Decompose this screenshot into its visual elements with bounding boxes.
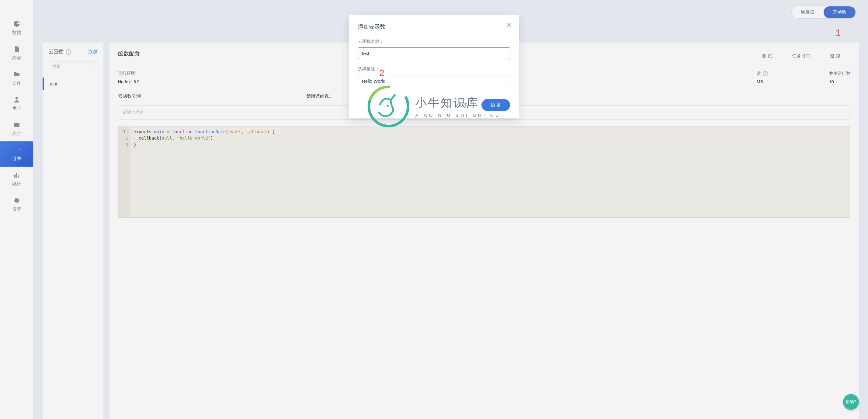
modal-overlay[interactable]: 添加云函数 ✕ 云函数名称： 2 选择模版： Hello World ⌄ 取 消… [0, 0, 868, 419]
ok-button[interactable]: 确 定 [482, 99, 510, 111]
modal-title: 添加云函数 [358, 23, 510, 30]
name-label: 云函数名称： [358, 39, 510, 44]
close-icon[interactable]: ✕ [506, 22, 512, 29]
annotation-2: 2 [379, 68, 384, 78]
help-button[interactable]: 帮助? [843, 394, 859, 410]
template-value: Hello World [362, 78, 385, 84]
cancel-button[interactable]: 取 消 [448, 99, 477, 111]
chevron-down-icon: ⌄ [503, 79, 506, 83]
name-input[interactable] [358, 47, 510, 59]
add-function-modal: 添加云函数 ✕ 云函数名称： 2 选择模版： Hello World ⌄ 取 消… [349, 14, 519, 118]
